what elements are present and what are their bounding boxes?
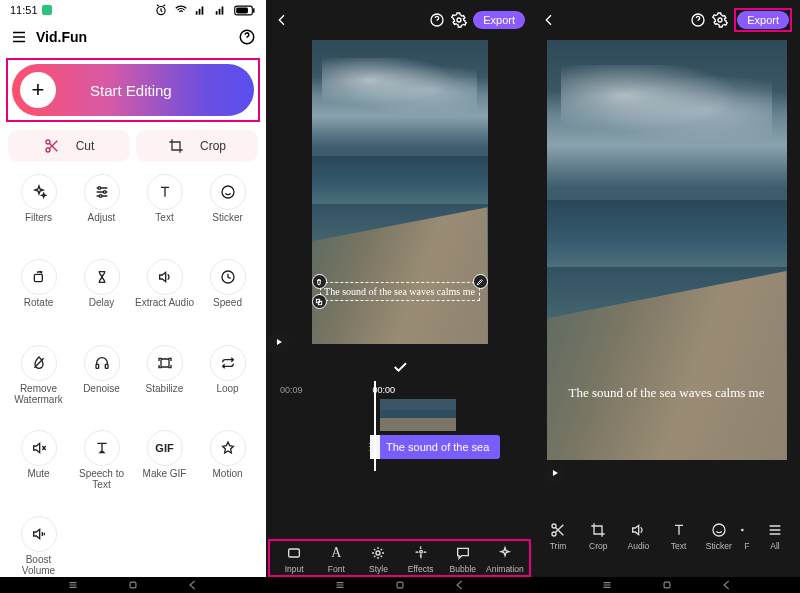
tool-filters[interactable]: Filters xyxy=(8,170,69,242)
tab-animation[interactable]: Animation xyxy=(485,543,525,574)
overlay-caption: The sound of the sea waves calms me xyxy=(547,385,787,401)
play-button[interactable] xyxy=(544,462,566,484)
playhead[interactable] xyxy=(374,381,376,471)
text-clip-label: The sound of the sea xyxy=(386,441,489,453)
settings-icon[interactable] xyxy=(451,12,467,28)
help-icon[interactable] xyxy=(429,12,445,28)
video-track[interactable] xyxy=(272,399,527,431)
svg-rect-19 xyxy=(96,364,99,368)
gear-icon xyxy=(370,545,386,561)
svg-point-30 xyxy=(718,18,722,22)
cut-label: Cut xyxy=(76,139,95,153)
tool-speed[interactable]: Speed xyxy=(197,255,258,327)
tab-trim[interactable]: Trim xyxy=(539,520,577,551)
preview-area: The sound of the sea waves calms me xyxy=(533,40,800,488)
star-icon xyxy=(220,440,236,456)
export-button[interactable]: Export xyxy=(737,11,789,29)
nav-home-icon[interactable] xyxy=(126,578,140,592)
svg-rect-5 xyxy=(219,9,221,15)
tool-remove-watermark[interactable]: Remove Watermark xyxy=(8,341,69,413)
text-track[interactable]: ⋮⋮ The sound of the sea xyxy=(272,435,527,459)
back-icon[interactable] xyxy=(274,12,290,28)
back-icon[interactable] xyxy=(541,12,557,28)
svg-rect-6 xyxy=(222,7,224,15)
play-button[interactable] xyxy=(268,331,290,353)
tab-style[interactable]: Style xyxy=(358,543,398,574)
tool-rotate[interactable]: Rotate xyxy=(8,255,69,327)
svg-rect-21 xyxy=(161,359,169,367)
video-clip[interactable] xyxy=(380,399,456,431)
status-app-icon xyxy=(42,5,52,15)
tab-audio[interactable]: Audio xyxy=(619,520,657,551)
svg-rect-4 xyxy=(216,11,218,15)
edit-handle-icon[interactable] xyxy=(473,274,488,289)
start-editing-button[interactable]: + Start Editing xyxy=(12,64,254,116)
tab-effects[interactable]: Effects xyxy=(401,543,441,574)
sliders-icon xyxy=(94,184,110,200)
status-icons xyxy=(151,3,256,17)
tab-text[interactable]: Text xyxy=(660,520,698,551)
menu-icon[interactable] xyxy=(10,28,28,46)
signal-icon-2 xyxy=(214,3,228,17)
tool-boost-volume[interactable]: Boost Volume xyxy=(8,512,69,584)
text-overlay-selected[interactable]: The sound of the sea waves calms me xyxy=(320,282,480,301)
dots-icon xyxy=(740,522,754,538)
timeline[interactable]: 00:09 00:00 ⋮⋮ The sound of the sea xyxy=(266,379,533,471)
tool-stabilize[interactable]: Stabilize xyxy=(134,341,195,413)
crop-icon xyxy=(168,138,184,154)
help-icon[interactable] xyxy=(238,28,256,46)
cut-button[interactable]: Cut xyxy=(8,130,130,162)
copy-handle-icon[interactable] xyxy=(312,294,327,309)
tool-motion[interactable]: Motion xyxy=(197,426,258,498)
delete-handle-icon[interactable] xyxy=(312,274,327,289)
svg-point-14 xyxy=(103,191,106,194)
nav-home-icon[interactable] xyxy=(660,578,674,592)
text-clip-chip[interactable]: ⋮⋮ The sound of the sea xyxy=(370,435,500,459)
rotate-icon xyxy=(31,269,47,285)
tool-grid: Filters Adjust Text Sticker Rotate Delay xyxy=(0,164,266,593)
sparkle-icon xyxy=(31,184,47,200)
tool-mute[interactable]: Mute xyxy=(8,426,69,498)
tool-denoise[interactable]: Denoise xyxy=(71,341,132,413)
tool-make-gif[interactable]: GIF Make GIF xyxy=(134,426,195,498)
tab-bubble[interactable]: Bubble xyxy=(443,543,483,574)
export-button[interactable]: Export xyxy=(473,11,525,29)
tab-input[interactable]: Input xyxy=(274,543,314,574)
svg-rect-9 xyxy=(236,7,248,13)
svg-rect-17 xyxy=(34,275,42,282)
confirm-button[interactable] xyxy=(266,355,533,379)
editor-preview: The sound of the sea waves calms me xyxy=(266,40,533,355)
text-toolstrip: Input A Font Style Effects Bubble xyxy=(274,543,525,574)
wifi-icon xyxy=(174,3,188,17)
tool-delay[interactable]: Delay xyxy=(71,255,132,327)
crop-button[interactable]: Crop xyxy=(136,130,258,162)
tab-sticker[interactable]: Sticker xyxy=(700,520,738,551)
nav-recents-icon[interactable] xyxy=(600,578,614,592)
nav-home-icon[interactable] xyxy=(393,578,407,592)
svg-rect-3 xyxy=(202,7,204,15)
audio-icon xyxy=(157,269,173,285)
svg-point-32 xyxy=(552,532,556,536)
nav-recents-icon[interactable] xyxy=(333,578,347,592)
tool-adjust[interactable]: Adjust xyxy=(71,170,132,242)
tool-text[interactable]: Text xyxy=(134,170,195,242)
nav-back-icon[interactable] xyxy=(186,578,200,592)
text-toolstrip-highlight: Input A Font Style Effects Bubble xyxy=(268,539,531,577)
font-icon: A xyxy=(331,545,341,561)
tab-all[interactable]: All xyxy=(756,520,794,551)
tool-sticker[interactable]: Sticker xyxy=(197,170,258,242)
tool-extract-audio[interactable]: Extract Audio xyxy=(134,255,195,327)
svg-rect-1 xyxy=(196,11,198,15)
tool-loop[interactable]: Loop xyxy=(197,341,258,413)
nav-recents-icon[interactable] xyxy=(66,578,80,592)
loop-icon xyxy=(220,355,236,371)
settings-icon[interactable] xyxy=(712,12,728,28)
help-icon[interactable] xyxy=(690,12,706,28)
tool-speech-to-text[interactable]: Speech to Text xyxy=(71,426,132,498)
tab-crop[interactable]: Crop xyxy=(579,520,617,551)
tab-font[interactable]: A Font xyxy=(316,543,356,574)
tab-f[interactable]: F xyxy=(740,520,754,551)
nav-back-icon[interactable] xyxy=(453,578,467,592)
svg-rect-2 xyxy=(199,9,201,15)
nav-back-icon[interactable] xyxy=(720,578,734,592)
